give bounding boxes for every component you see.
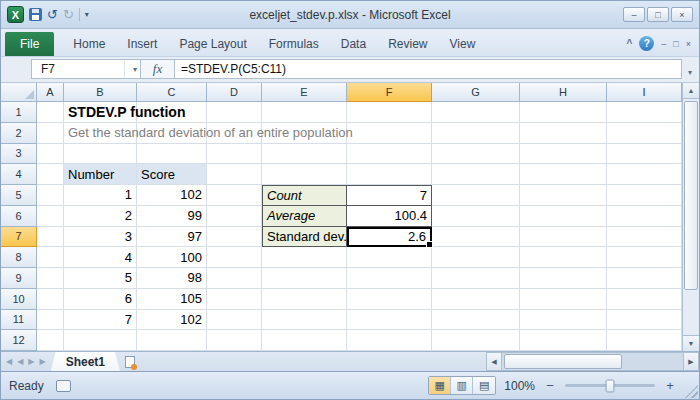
cell-I11[interactable]: [607, 310, 682, 331]
help-icon[interactable]: ?: [639, 36, 654, 51]
select-all-button[interactable]: [1, 83, 37, 102]
scroll-left-icon[interactable]: ◀: [486, 352, 502, 371]
cell-G2[interactable]: [432, 123, 520, 144]
row-header-11[interactable]: 11: [1, 310, 37, 331]
insert-worksheet-button[interactable]: [120, 352, 140, 371]
cell-D7[interactable]: [207, 227, 262, 248]
sheet-tab-sheet1[interactable]: Sheet1: [51, 352, 120, 371]
cell-H7[interactable]: [520, 227, 607, 248]
column-header-C[interactable]: C: [137, 83, 207, 102]
cell-B5[interactable]: 1: [64, 185, 137, 206]
cell-A7[interactable]: [37, 227, 64, 248]
cell-B4[interactable]: Number: [64, 164, 137, 185]
minimize-button[interactable]: –: [623, 7, 645, 22]
row-header-12[interactable]: 12: [1, 330, 37, 351]
cell-B2[interactable]: Get the standard deviation of an entire …: [64, 123, 137, 144]
cell-H2[interactable]: [520, 123, 607, 144]
cell-G11[interactable]: [432, 310, 520, 331]
row-header-3[interactable]: 3: [1, 144, 37, 165]
row-header-8[interactable]: 8: [1, 247, 37, 268]
cell-I1[interactable]: [607, 102, 682, 123]
cell-E1[interactable]: [262, 102, 347, 123]
tab-file[interactable]: File: [5, 32, 54, 56]
cell-A3[interactable]: [37, 144, 64, 165]
row-header-10[interactable]: 10: [1, 289, 37, 310]
cell-F3[interactable]: [347, 144, 432, 165]
cell-A9[interactable]: [37, 268, 64, 289]
insert-function-button[interactable]: fx: [141, 59, 175, 79]
excel-logo-icon[interactable]: X: [7, 6, 24, 23]
cell-A2[interactable]: [37, 123, 64, 144]
cell-I10[interactable]: [607, 289, 682, 310]
cell-F10[interactable]: [347, 289, 432, 310]
name-box-dropdown-icon[interactable]: ▾: [133, 65, 137, 74]
cell-D11[interactable]: [207, 310, 262, 331]
last-sheet-icon[interactable]: ▶: [39, 357, 45, 366]
close-button[interactable]: ×: [671, 7, 693, 22]
restore-button[interactable]: □: [647, 7, 669, 22]
cell-F5[interactable]: 7: [347, 185, 432, 206]
cell-B3[interactable]: [64, 144, 137, 165]
cell-A8[interactable]: [37, 247, 64, 268]
cell-I8[interactable]: [607, 247, 682, 268]
horizontal-scroll-track[interactable]: [502, 352, 683, 371]
cell-C5[interactable]: 102: [137, 185, 207, 206]
workbook-minimize-icon[interactable]: –: [661, 39, 666, 49]
cell-D1[interactable]: [207, 102, 262, 123]
zoom-out-button[interactable]: −: [543, 378, 557, 393]
column-header-H[interactable]: H: [520, 83, 607, 102]
cell-D12[interactable]: [207, 330, 262, 351]
macro-record-icon[interactable]: [56, 380, 71, 392]
cell-H10[interactable]: [520, 289, 607, 310]
cell-B12[interactable]: [64, 330, 137, 351]
cell-F6[interactable]: 100.4: [347, 206, 432, 227]
cell-E3[interactable]: [262, 144, 347, 165]
tab-insert[interactable]: Insert: [116, 32, 168, 56]
cell-H8[interactable]: [520, 247, 607, 268]
cell-I7[interactable]: [607, 227, 682, 248]
scroll-right-icon[interactable]: ▶: [683, 352, 699, 371]
redo-icon[interactable]: ↻: [63, 8, 74, 21]
row-header-4[interactable]: 4: [1, 164, 37, 185]
cell-G6[interactable]: [432, 206, 520, 227]
normal-view-button[interactable]: ▦: [429, 377, 451, 394]
cell-H12[interactable]: [520, 330, 607, 351]
column-header-G[interactable]: G: [432, 83, 520, 102]
tab-formulas[interactable]: Formulas: [258, 32, 330, 56]
scroll-up-icon[interactable]: ▲: [683, 83, 699, 99]
name-box[interactable]: F7 ▾: [31, 59, 141, 79]
cell-F11[interactable]: [347, 310, 432, 331]
tab-home[interactable]: Home: [62, 32, 116, 56]
row-header-6[interactable]: 6: [1, 206, 37, 227]
row-header-1[interactable]: 1: [1, 102, 37, 123]
cell-C7[interactable]: 97: [137, 227, 207, 248]
cell-F2[interactable]: [347, 123, 432, 144]
cell-G4[interactable]: [432, 164, 520, 185]
cell-H11[interactable]: [520, 310, 607, 331]
cell-I4[interactable]: [607, 164, 682, 185]
formula-input[interactable]: =STDEV.P(C5:C11): [175, 59, 682, 79]
row-header-2[interactable]: 2: [1, 123, 37, 144]
zoom-slider-thumb[interactable]: [606, 379, 615, 392]
cell-F9[interactable]: [347, 268, 432, 289]
cell-I5[interactable]: [607, 185, 682, 206]
save-icon[interactable]: [29, 8, 42, 21]
cell-A4[interactable]: [37, 164, 64, 185]
cell-E10[interactable]: [262, 289, 347, 310]
cell-I2[interactable]: [607, 123, 682, 144]
cell-F4[interactable]: [347, 164, 432, 185]
cell-D6[interactable]: [207, 206, 262, 227]
cell-D8[interactable]: [207, 247, 262, 268]
cell-I9[interactable]: [607, 268, 682, 289]
cell-E5[interactable]: Count: [262, 185, 347, 206]
cell-D9[interactable]: [207, 268, 262, 289]
cell-H5[interactable]: [520, 185, 607, 206]
cell-B7[interactable]: 3: [64, 227, 137, 248]
minimize-ribbon-icon[interactable]: ^: [626, 38, 632, 49]
cell-C11[interactable]: 102: [137, 310, 207, 331]
cell-H4[interactable]: [520, 164, 607, 185]
zoom-slider[interactable]: [565, 384, 655, 387]
tab-review[interactable]: Review: [377, 32, 438, 56]
prev-sheet-icon[interactable]: ◀: [17, 357, 23, 366]
page-break-view-button[interactable]: ▤: [473, 377, 495, 394]
